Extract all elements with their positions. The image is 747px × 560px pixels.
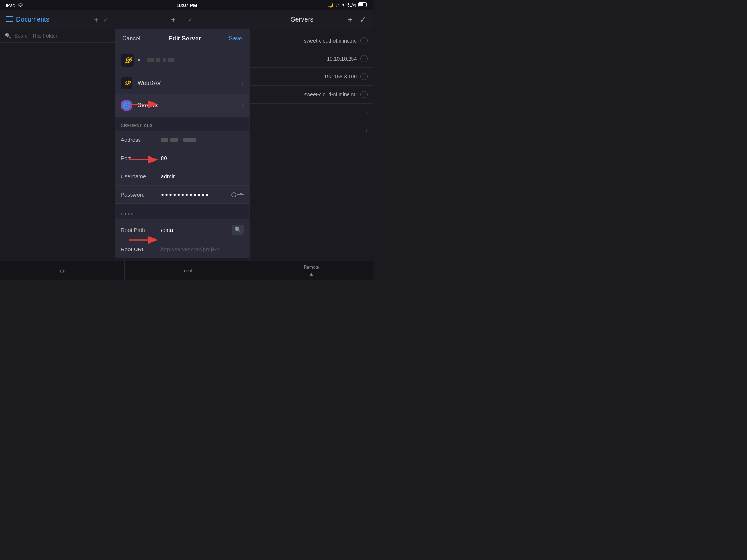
webdav-label: WebDAV <box>138 80 237 86</box>
content-area: 🔍 Search This Folder <box>0 29 374 261</box>
root-url-placeholder: http://server.com/project <box>161 246 244 252</box>
empty-row-1: › <box>250 104 374 121</box>
left-nav-title: Documents <box>16 16 49 23</box>
search-icon: 🔍 <box>5 33 11 39</box>
address-row: Address <box>115 131 249 149</box>
nav-center: + ✓ <box>115 10 249 29</box>
server-item-0: sweet-cloud-of.mine.nu i <box>250 32 374 50</box>
edit-server-modal: Cancel Edit Server Save 𝒟 ▾ <box>115 29 249 258</box>
sidebar: 🔍 Search This Folder <box>0 29 115 261</box>
wifi-icon <box>18 3 23 8</box>
left-check-button[interactable]: ✓ <box>103 16 109 24</box>
server-name-0: sweet-cloud-of.mine.nu <box>304 38 357 44</box>
local-tab-label: Local <box>182 268 192 273</box>
info-button-1[interactable]: i <box>360 55 368 62</box>
password-value: ●●●●●●●●●●●● <box>161 191 231 198</box>
key-icon[interactable] <box>231 192 244 197</box>
browse-button[interactable]: 🔍 <box>232 225 244 235</box>
svg-rect-4 <box>6 21 13 22</box>
address-value <box>161 138 196 142</box>
info-button-3[interactable]: i <box>360 91 368 98</box>
server-type-dropdown[interactable]: ▾ <box>138 57 140 63</box>
moon-icon: 🌙 <box>328 3 333 8</box>
right-check-button[interactable]: ✓ <box>360 15 366 24</box>
arrow-rootpath <box>126 233 159 246</box>
device-label: iPad <box>6 3 15 8</box>
bluetooth-icon: ✦ <box>341 3 345 8</box>
top-nav: Documents + ✓ + ✓ Servers + ✓ <box>0 10 374 29</box>
webdav-chevron: › <box>242 80 244 86</box>
chevron-2: › <box>366 127 368 133</box>
chevron-1: › <box>366 109 368 115</box>
svg-rect-2 <box>6 16 13 17</box>
servers-chevron: › <box>242 102 244 109</box>
svg-rect-3 <box>6 19 13 19</box>
server-item-2: 192.168.3.100 i <box>250 68 374 86</box>
remote-tab[interactable]: Remote ▲ <box>249 261 374 280</box>
battery-level: 51% <box>347 3 356 8</box>
hamburger-icon[interactable] <box>6 16 13 23</box>
port-value: 80 <box>161 155 244 161</box>
server-name-2: 192.168.3.100 <box>324 74 357 79</box>
nav-right: Servers + ✓ <box>249 10 374 29</box>
save-button[interactable]: Save <box>229 35 242 42</box>
right-panel: sweet-cloud-of.mine.nu i 10.10.10.254 i … <box>249 29 374 261</box>
root-url-label: Root URL <box>121 246 161 252</box>
modal-title: Edit Server <box>168 35 201 42</box>
main-content: Cancel Edit Server Save 𝒟 ▾ <box>115 29 249 261</box>
status-time: 10:07 PM <box>177 3 197 8</box>
username-label: Username <box>121 173 161 179</box>
address-label: Address <box>121 137 161 143</box>
status-bar: iPad 10:07 PM 🌙 ↗ ✦ 51% <box>0 0 374 10</box>
info-button-0[interactable]: i <box>360 37 368 44</box>
battery-icon <box>358 2 368 8</box>
location-icon: ↗ <box>336 3 339 8</box>
cancel-button[interactable]: Cancel <box>122 35 140 42</box>
status-left: iPad <box>6 3 23 8</box>
center-check-button[interactable]: ✓ <box>187 16 193 24</box>
root-path-label: Root Path <box>121 227 161 233</box>
settings-tab[interactable]: ⚙ <box>0 261 125 280</box>
left-add-button[interactable]: + <box>94 15 99 24</box>
remote-tab-label: Remote <box>304 265 319 270</box>
app-container: Documents + ✓ + ✓ Servers + ✓ 🔍 Search T… <box>0 10 374 280</box>
modal-overlay: Cancel Edit Server Save 𝒟 ▾ <box>115 29 249 261</box>
password-label: Password <box>121 191 161 198</box>
empty-row-2: › <box>250 121 374 139</box>
upload-icon: ▲ <box>309 271 314 277</box>
arrow-port <box>126 153 159 166</box>
center-add-button[interactable]: + <box>171 15 176 24</box>
modal-header: Cancel Edit Server Save <box>115 29 249 48</box>
webdav-item[interactable]: 𝒟 WebDAV › <box>115 72 249 94</box>
svg-rect-1 <box>359 3 363 6</box>
server-name-1: 10.10.10.254 <box>327 56 357 62</box>
username-row[interactable]: Username admin <box>115 167 249 186</box>
server-type-row: 𝒟 ▾ <box>115 48 249 72</box>
server-icon: 𝒟 <box>121 54 134 67</box>
password-row[interactable]: Password ●●●●●●●●●●●● <box>115 186 249 204</box>
files-section-header: FILES <box>115 205 249 219</box>
server-type-dots <box>147 58 174 62</box>
server-item-1: 10.10.10.254 i <box>250 50 374 68</box>
root-path-value: /data <box>161 227 232 233</box>
nav-left: Documents + ✓ <box>0 10 115 29</box>
tab-bar: ⚙ Local Remote ▲ <box>0 261 374 280</box>
info-button-2[interactable]: i <box>360 73 368 80</box>
status-right: 🌙 ↗ ✦ 51% <box>328 2 368 8</box>
right-nav-title: Servers <box>257 16 348 23</box>
arrow-webdav <box>126 98 159 111</box>
credentials-section-header: CREDENTIALS <box>115 117 249 131</box>
right-add-button[interactable]: + <box>348 15 352 24</box>
search-bar: 🔍 Search This Folder <box>0 29 115 43</box>
gear-icon: ⚙ <box>59 267 65 275</box>
server-item-3: sweet-cloud-of.mine.nu i <box>250 86 374 104</box>
username-value: admin <box>161 173 244 179</box>
local-tab[interactable]: Local <box>125 261 249 280</box>
webdav-icon: 𝒟 <box>121 77 132 89</box>
server-name-3: sweet-cloud-of.mine.nu <box>304 92 357 97</box>
search-placeholder[interactable]: Search This Folder <box>14 33 57 39</box>
